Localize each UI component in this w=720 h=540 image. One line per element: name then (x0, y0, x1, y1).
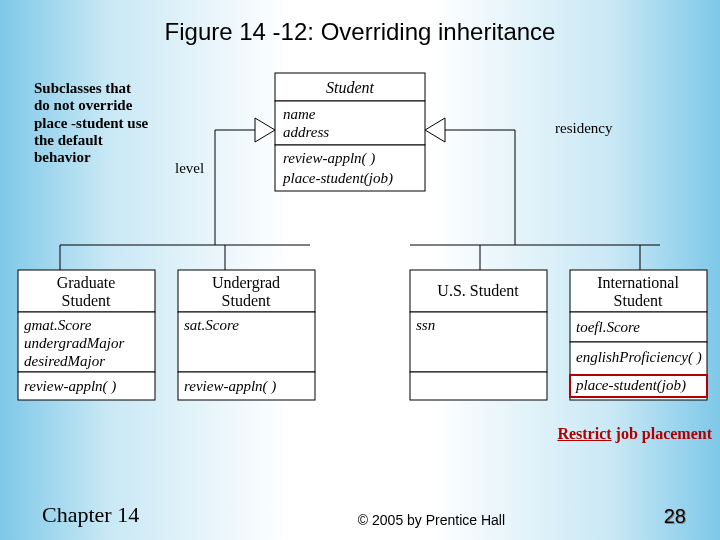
svg-text:name: name (283, 106, 316, 122)
svg-text:International: International (597, 274, 679, 291)
svg-text:Student: Student (614, 292, 663, 309)
svg-text:address: address (283, 124, 329, 140)
svg-text:place-student(job): place-student(job) (282, 170, 393, 187)
svg-marker-15 (425, 118, 445, 142)
page-number: 28 (664, 505, 686, 528)
class-student: Student name address review-appln( ) pla… (275, 73, 425, 191)
svg-text:level: level (175, 160, 204, 176)
svg-text:Student: Student (62, 292, 111, 309)
svg-text:Student: Student (222, 292, 271, 309)
svg-marker-8 (255, 118, 275, 142)
class-us-student: U.S. Student ssn (410, 270, 547, 400)
chapter-label: Chapter 14 (42, 502, 139, 528)
svg-text:review-appln( ): review-appln( ) (184, 378, 276, 395)
class-international-student: International Student toefl.Score englis… (570, 270, 707, 400)
svg-text:ssn: ssn (416, 317, 435, 333)
generalization-level: level (60, 118, 310, 270)
svg-text:englishProficiency( ): englishProficiency( ) (576, 349, 702, 366)
svg-text:review-appln( ): review-appln( ) (24, 378, 116, 395)
class-undergrad-student: Undergrad Student sat.Score review-appln… (178, 270, 315, 400)
svg-text:Graduate: Graduate (57, 274, 116, 291)
svg-text:sat.Score: sat.Score (184, 317, 239, 333)
svg-text:Student: Student (326, 79, 375, 96)
svg-text:residency: residency (555, 120, 613, 136)
svg-text:desiredMajor: desiredMajor (24, 353, 105, 369)
figure-title: Figure 14 -12: Overriding inheritance (0, 0, 720, 46)
svg-text:Undergrad: Undergrad (212, 274, 280, 292)
copyright-label: © 2005 by Prentice Hall (358, 512, 505, 528)
svg-text:gmat.Score: gmat.Score (24, 317, 92, 333)
svg-text:review-appln( ): review-appln( ) (283, 150, 375, 167)
uml-diagram: Student name address review-appln( ) pla… (0, 55, 720, 455)
svg-text:undergradMajor: undergradMajor (24, 335, 124, 351)
svg-text:toefl.Score: toefl.Score (576, 319, 640, 335)
svg-rect-42 (410, 372, 547, 400)
class-graduate-student: Graduate Student gmat.Score undergradMaj… (18, 270, 155, 400)
svg-text:place-student(job): place-student(job) (575, 377, 686, 394)
slide-footer: Chapter 14 © 2005 by Prentice Hall 28 (0, 502, 720, 528)
generalization-residency: residency (410, 118, 660, 270)
svg-text:U.S. Student: U.S. Student (437, 282, 519, 299)
